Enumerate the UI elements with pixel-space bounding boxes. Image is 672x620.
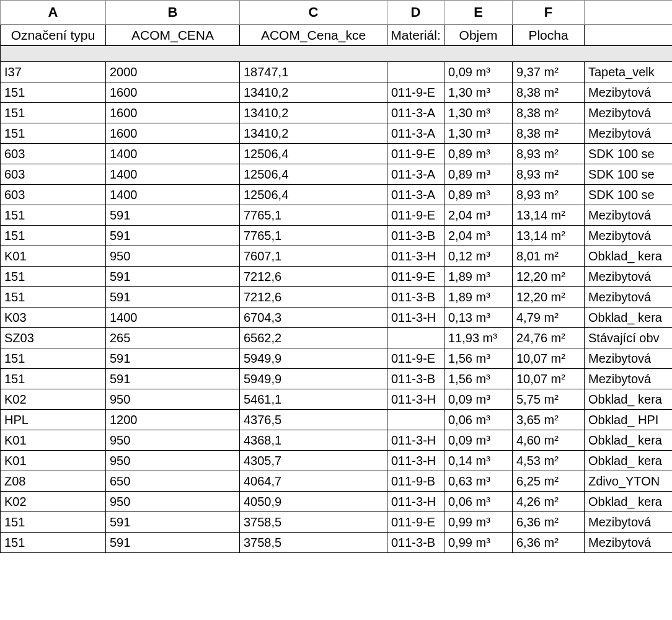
cell-f[interactable]: 13,14 m² [513,226,585,246]
cell-c[interactable]: 6562,2 [240,328,387,348]
cell-g[interactable]: Zdivo_YTON [585,471,673,492]
cell-a[interactable]: K03 [1,308,106,328]
table-row[interactable]: K029504050,9011-3-H0,06 m³4,26 m²Obklad_… [1,492,673,512]
cell-c[interactable]: 4305,7 [240,451,387,471]
cell-g[interactable]: Stávající obv [585,328,673,348]
cell-a[interactable]: 603 [1,185,106,205]
cell-b[interactable]: 1400 [106,308,240,328]
cell-g[interactable]: Mezibytová [585,287,673,308]
cell-e[interactable]: 0,99 m³ [444,512,513,533]
cell-d[interactable]: 011-9-E [387,82,444,103]
cell-g[interactable]: SDK 100 se [585,185,673,205]
table-row[interactable]: K019504368,1011-3-H0,09 m³4,60 m²Obklad_… [1,430,673,451]
cell-c[interactable]: 13410,2 [240,103,387,123]
cell-c[interactable]: 12506,4 [240,185,387,205]
cell-a[interactable]: SZ03 [1,328,106,348]
cell-c[interactable]: 7212,6 [240,287,387,308]
cell-b[interactable]: 1600 [106,123,240,144]
cell-b[interactable]: 650 [106,471,240,492]
cell-d[interactable]: 011-9-E [387,267,444,287]
cell-c[interactable]: 7765,1 [240,226,387,246]
cell-b[interactable]: 591 [106,348,240,369]
table-row[interactable]: I37200018747,10,09 m³9,37 m²Tapeta_velk [1,62,673,82]
table-row[interactable]: 603140012506,4011-3-A0,89 m³8,93 m²SDK 1… [1,185,673,205]
cell-a[interactable]: K01 [1,430,106,451]
cell-a[interactable]: 151 [1,103,106,123]
cell-a[interactable]: K01 [1,451,106,471]
col-letter-F[interactable]: F [513,1,585,25]
cell-f[interactable]: 8,01 m² [513,246,585,267]
cell-e[interactable]: 0,89 m³ [444,185,513,205]
cell-e[interactable]: 2,04 m³ [444,205,513,226]
cell-e[interactable]: 0,63 m³ [444,471,513,492]
cell-a[interactable]: 151 [1,123,106,144]
cell-g[interactable]: Mezibytová [585,512,673,533]
header-extra[interactable] [585,25,673,46]
cell-b[interactable]: 950 [106,246,240,267]
cell-e[interactable]: 2,04 m³ [444,226,513,246]
cell-c[interactable]: 13410,2 [240,123,387,144]
cell-f[interactable]: 10,07 m² [513,369,585,389]
cell-g[interactable]: SDK 100 se [585,164,673,185]
cell-b[interactable]: 1200 [106,410,240,430]
cell-b[interactable]: 591 [106,226,240,246]
cell-d[interactable]: 011-3-H [387,389,444,410]
cell-a[interactable]: 151 [1,82,106,103]
cell-d[interactable]: 011-3-H [387,246,444,267]
cell-c[interactable]: 12506,4 [240,144,387,164]
cell-g[interactable]: Mezibytová [585,348,673,369]
cell-e[interactable]: 0,09 m³ [444,389,513,410]
cell-d[interactable]: 011-3-B [387,287,444,308]
cell-e[interactable]: 0,13 m³ [444,308,513,328]
cell-c[interactable]: 3758,5 [240,512,387,533]
cell-g[interactable]: Mezibytová [585,369,673,389]
cell-b[interactable]: 1400 [106,185,240,205]
cell-a[interactable]: 151 [1,533,106,553]
cell-b[interactable]: 950 [106,451,240,471]
col-letter-E[interactable]: E [444,1,513,25]
cell-b[interactable]: 2000 [106,62,240,82]
cell-d[interactable]: 011-9-E [387,144,444,164]
cell-a[interactable]: 151 [1,369,106,389]
table-row[interactable]: K029505461,1011-3-H0,09 m³5,75 m²Obklad_… [1,389,673,410]
cell-e[interactable]: 0,12 m³ [444,246,513,267]
cell-c[interactable]: 3758,5 [240,533,387,553]
cell-f[interactable]: 4,60 m² [513,430,585,451]
cell-b[interactable]: 591 [106,533,240,553]
header-objem[interactable]: Objem [444,25,513,46]
cell-d[interactable] [387,410,444,430]
cell-e[interactable]: 0,06 m³ [444,492,513,512]
cell-d[interactable]: 011-9-E [387,512,444,533]
cell-b[interactable]: 1400 [106,164,240,185]
header-acom-cena[interactable]: ACOM_CENA [106,25,240,46]
cell-e[interactable]: 1,30 m³ [444,82,513,103]
cell-d[interactable]: 011-9-E [387,205,444,226]
cell-f[interactable]: 8,93 m² [513,164,585,185]
table-row[interactable]: K0314006704,3011-3-H0,13 m³4,79 m²Obklad… [1,308,673,328]
cell-g[interactable]: Mezibytová [585,123,673,144]
table-row[interactable]: 151160013410,2011-3-A1,30 m³8,38 m²Mezib… [1,123,673,144]
table-row[interactable]: 1515917212,6011-9-E1,89 m³12,20 m²Meziby… [1,267,673,287]
cell-b[interactable]: 950 [106,430,240,451]
col-letter-C[interactable]: C [240,1,387,25]
header-plocha[interactable]: Plocha [513,25,585,46]
cell-d[interactable]: 011-3-A [387,123,444,144]
cell-g[interactable]: Obklad_ kera [585,389,673,410]
table-row[interactable]: HPL12004376,50,06 m³3,65 m²Obklad_ HPI [1,410,673,430]
cell-d[interactable]: 011-3-B [387,226,444,246]
cell-a[interactable]: Z08 [1,471,106,492]
table-row[interactable]: 1515917765,1011-9-E2,04 m³13,14 m²Meziby… [1,205,673,226]
cell-c[interactable]: 7212,6 [240,267,387,287]
cell-g[interactable]: Mezibytová [585,103,673,123]
cell-f[interactable]: 9,37 m² [513,62,585,82]
cell-b[interactable]: 1600 [106,82,240,103]
cell-b[interactable]: 591 [106,512,240,533]
cell-d[interactable]: 011-3-H [387,430,444,451]
cell-e[interactable]: 0,89 m³ [444,164,513,185]
cell-b[interactable]: 1400 [106,144,240,164]
table-row[interactable]: Z086504064,7011-9-B0,63 m³6,25 m²Zdivo_Y… [1,471,673,492]
table-row[interactable]: 1515915949,9011-9-E1,56 m³10,07 m²Meziby… [1,348,673,369]
cell-f[interactable]: 8,38 m² [513,123,585,144]
cell-c[interactable]: 6704,3 [240,308,387,328]
cell-c[interactable]: 5949,9 [240,348,387,369]
